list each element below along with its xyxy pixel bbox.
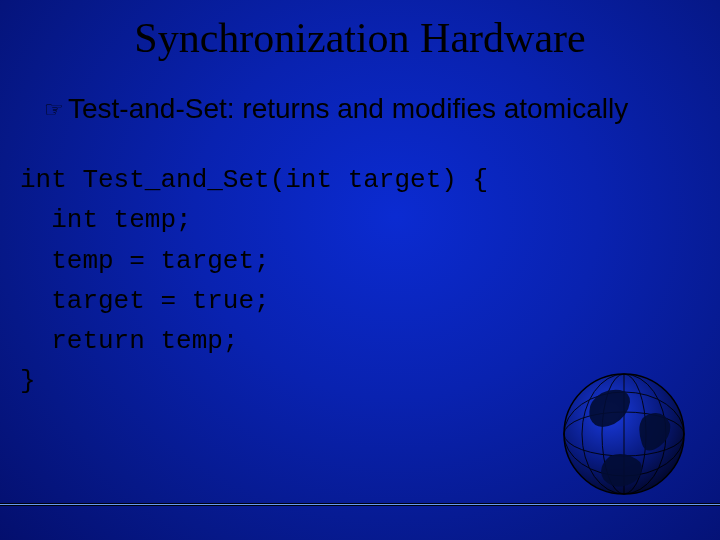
svg-point-1 [564, 412, 684, 456]
slide-title: Synchronization Hardware [0, 14, 720, 62]
code-block: int Test_and_Set(int target) { int temp;… [20, 160, 700, 402]
bullet-row: ☞Test-and-Set: returns and modifies atom… [44, 94, 680, 125]
svg-point-2 [564, 392, 684, 476]
code-line-5: return temp; [20, 326, 238, 356]
slide: Synchronization Hardware ☞Test-and-Set: … [0, 0, 720, 540]
bullet-text: Test-and-Set: returns and modifies atomi… [68, 93, 628, 124]
code-line-6: } [20, 366, 36, 396]
code-line-3: temp = target; [20, 246, 270, 276]
code-line-1: int Test_and_Set(int target) { [20, 165, 488, 195]
footer-divider [0, 503, 720, 506]
pointing-hand-icon: ☞ [44, 98, 64, 122]
code-line-2: int temp; [20, 205, 192, 235]
code-line-4: target = true; [20, 286, 270, 316]
